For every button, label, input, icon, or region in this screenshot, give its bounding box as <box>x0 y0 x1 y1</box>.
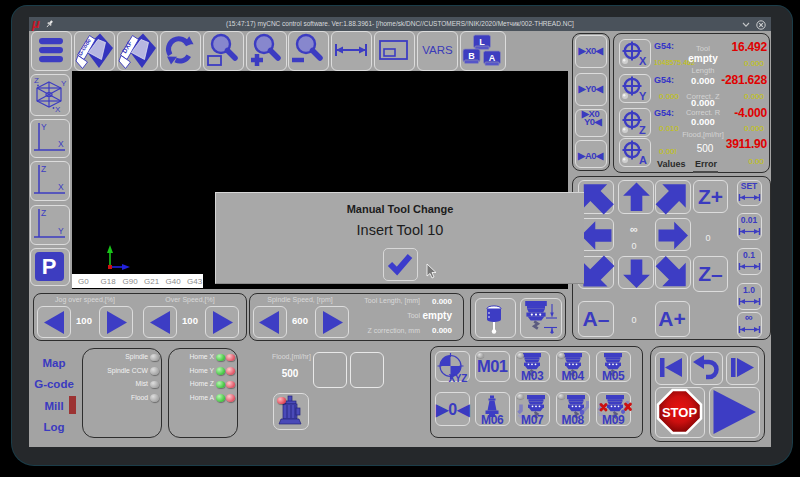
svg-text:Y: Y <box>58 226 64 236</box>
svg-text:Y: Y <box>61 79 67 88</box>
svg-text:Z: Z <box>41 208 46 218</box>
svg-text:Z: Z <box>41 164 46 174</box>
svg-text:B: B <box>468 51 475 61</box>
svg-text:X: X <box>58 139 64 149</box>
svg-text:X: X <box>58 182 64 192</box>
svg-text:A: A <box>489 53 496 63</box>
svg-text:X: X <box>639 55 647 67</box>
svg-text:Z: Z <box>34 76 39 85</box>
svg-text:Y: Y <box>639 90 647 102</box>
svg-text:A: A <box>639 154 647 166</box>
svg-text:X: X <box>55 105 61 114</box>
svg-text:Y: Y <box>41 122 47 132</box>
svg-text:STOP: STOP <box>662 404 697 419</box>
svg-text:L: L <box>479 37 485 47</box>
svg-text:Z: Z <box>639 124 646 136</box>
